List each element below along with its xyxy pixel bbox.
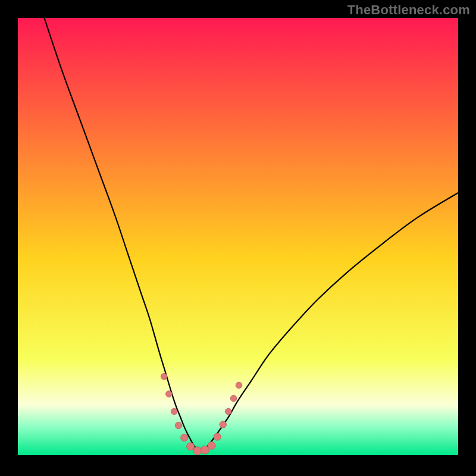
data-marker [230,395,237,402]
chart-stage: TheBottleneck.com [0,0,476,476]
data-marker [225,408,231,415]
data-marker [187,443,195,450]
data-marker [214,433,221,440]
data-marker [181,434,188,441]
data-marker [175,422,181,428]
data-marker [220,421,226,428]
data-marker [236,382,242,389]
chart-svg [0,0,476,476]
data-marker [193,447,202,455]
watermark-text: TheBottleneck.com [347,2,470,18]
data-marker [166,391,173,397]
data-marker [171,408,177,415]
data-marker [208,441,215,449]
data-marker [161,373,167,380]
